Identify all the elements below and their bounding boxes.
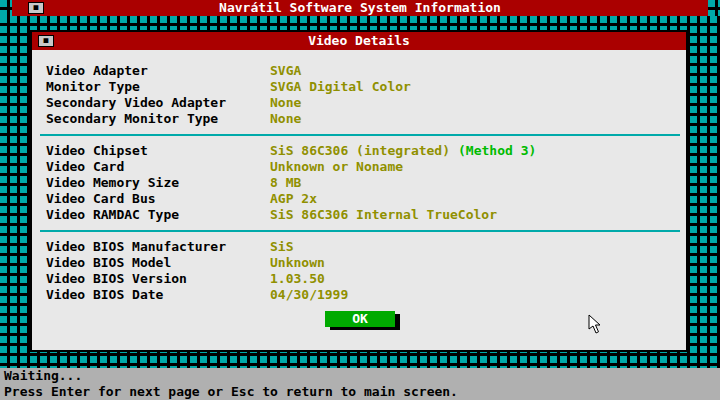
field-label: Secondary Monitor Type <box>46 111 270 127</box>
field-value: 8 MB <box>270 175 301 191</box>
desktop-pattern-corner-right <box>708 0 720 16</box>
info-row-secondary-monitor-type: Secondary Monitor Type None <box>46 111 674 127</box>
field-value: SiS 86C306 Internal TrueColor <box>270 207 497 223</box>
app-title: Navrátil Software System Information <box>219 0 501 15</box>
dialog-close-button[interactable]: ■ <box>38 35 54 47</box>
status-line-2: Press Enter for next page or Esc to retu… <box>4 384 720 400</box>
field-label: Video Chipset <box>46 143 270 159</box>
info-row-video-chipset: Video Chipset SiS 86C306 (integrated) (M… <box>46 143 674 159</box>
close-icon: ■ <box>34 4 39 12</box>
field-label: Video BIOS Version <box>46 271 270 287</box>
info-row-video-bios-model: Video BIOS Model Unknown <box>46 255 674 271</box>
info-row-video-card-bus: Video Card Bus AGP 2x <box>46 191 674 207</box>
info-row-video-bios-manufacturer: Video BIOS Manufacturer SiS <box>46 239 674 255</box>
field-value: Unknown or Noname <box>270 159 403 175</box>
field-label: Video Memory Size <box>46 175 270 191</box>
desktop: ■ Video Details Video Adapter SVGA Monit… <box>0 16 720 368</box>
field-label: Video BIOS Manufacturer <box>46 239 270 255</box>
info-row-video-ramdac-type: Video RAMDAC Type SiS 86C306 Internal Tr… <box>46 207 674 223</box>
field-value: SVGA <box>270 63 301 79</box>
field-label: Secondary Video Adapter <box>46 95 270 111</box>
field-value: SVGA Digital Color <box>270 79 411 95</box>
desktop-pattern-corner-left <box>0 0 12 16</box>
field-value: SiS 86C306 (integrated) <box>270 143 450 159</box>
field-label: Video RAMDAC Type <box>46 207 270 223</box>
ok-button[interactable]: OK <box>325 311 395 327</box>
field-label: Video Card Bus <box>46 191 270 207</box>
dialog-title: Video Details <box>308 33 410 48</box>
section-separator <box>40 134 680 136</box>
info-row-video-bios-version: Video BIOS Version 1.03.50 <box>46 271 674 287</box>
field-value: AGP 2x <box>270 191 317 207</box>
info-row-secondary-video-adapter: Secondary Video Adapter None <box>46 95 674 111</box>
field-value-note: (Method 3) <box>458 143 536 159</box>
info-row-video-memory-size: Video Memory Size 8 MB <box>46 175 674 191</box>
app-close-button[interactable]: ■ <box>28 2 44 14</box>
field-label: Video Adapter <box>46 63 270 79</box>
status-bar: Waiting... Press Enter for next page or … <box>0 368 720 400</box>
status-line-1: Waiting... <box>4 368 720 384</box>
video-details-dialog: ■ Video Details Video Adapter SVGA Monit… <box>30 30 688 352</box>
field-label: Monitor Type <box>46 79 270 95</box>
info-row-video-adapter: Video Adapter SVGA <box>46 63 674 79</box>
field-label: Video BIOS Model <box>46 255 270 271</box>
field-value: 1.03.50 <box>270 271 325 287</box>
dialog-body: Video Adapter SVGA Monitor Type SVGA Dig… <box>32 50 686 327</box>
app-titlebar: ■ Navrátil Software System Information <box>0 0 720 16</box>
field-value: None <box>270 95 301 111</box>
field-label: Video BIOS Date <box>46 287 270 303</box>
field-value: None <box>270 111 301 127</box>
field-value: 04/30/1999 <box>270 287 348 303</box>
field-value: SiS <box>270 239 293 255</box>
info-row-monitor-type: Monitor Type SVGA Digital Color <box>46 79 674 95</box>
section-separator <box>40 230 680 232</box>
info-row-video-bios-date: Video BIOS Date 04/30/1999 <box>46 287 674 303</box>
dialog-titlebar: ■ Video Details <box>32 32 686 50</box>
close-icon: ■ <box>44 37 49 45</box>
screen: ■ Navrátil Software System Information ■… <box>0 0 720 400</box>
field-label: Video Card <box>46 159 270 175</box>
info-row-video-card: Video Card Unknown or Noname <box>46 159 674 175</box>
field-value: Unknown <box>270 255 325 271</box>
